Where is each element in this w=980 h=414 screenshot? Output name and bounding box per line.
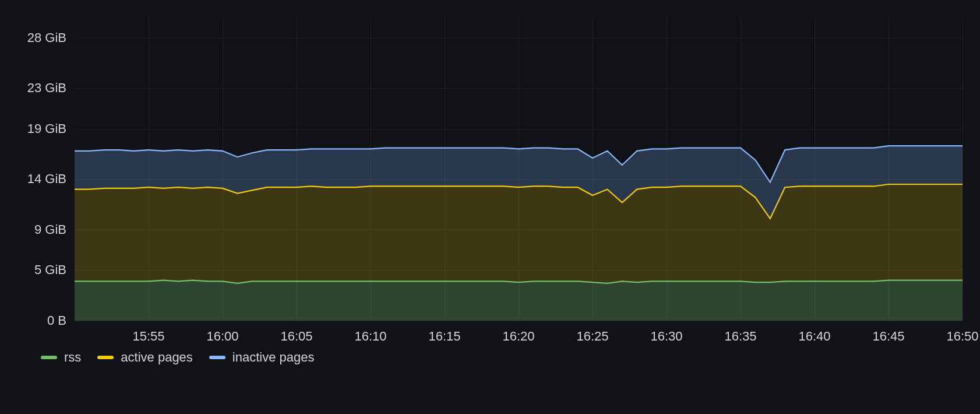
legend-label: rss	[64, 350, 81, 365]
x-tick-label: 16:20	[502, 321, 534, 344]
grid-v	[963, 17, 963, 321]
x-tick-label: 16:40	[798, 321, 830, 344]
plot-area[interactable]: 0 B5 GiB9 GiB14 GiB19 GiB23 GiB28 GiB15:…	[75, 17, 963, 321]
grid-v	[815, 17, 815, 321]
legend-label: inactive pages	[232, 350, 315, 365]
grid-v	[519, 17, 519, 321]
y-tick-label: 9 GiB	[34, 222, 75, 237]
legend-item-active[interactable]: active pages	[97, 350, 193, 365]
grid-v	[149, 17, 149, 321]
legend-swatch	[97, 356, 114, 359]
legend: rssactive pagesinactive pages	[0, 350, 980, 365]
chart-panel: 0 B5 GiB9 GiB14 GiB19 GiB23 GiB28 GiB15:…	[0, 0, 980, 414]
x-tick-label: 16:30	[650, 321, 682, 344]
y-tick-label: 5 GiB	[34, 262, 75, 278]
legend-swatch	[209, 356, 225, 359]
grid-v	[223, 17, 223, 321]
grid-v	[593, 17, 593, 321]
grid-v	[297, 17, 297, 321]
legend-swatch	[41, 356, 57, 359]
x-tick-label: 16:05	[280, 321, 312, 344]
legend-label: active pages	[121, 350, 193, 365]
y-tick-label: 23 GiB	[27, 80, 75, 96]
x-tick-label: 16:50	[946, 321, 978, 344]
grid-v	[741, 17, 741, 321]
grid-v	[667, 17, 667, 321]
legend-item-inactive[interactable]: inactive pages	[209, 350, 315, 365]
x-tick-label: 16:00	[206, 321, 238, 344]
x-tick-label: 15:55	[132, 321, 164, 344]
y-tick-label: 28 GiB	[27, 30, 75, 45]
x-tick-label: 16:25	[576, 321, 608, 344]
grid-v	[889, 17, 889, 321]
x-tick-label: 16:45	[872, 321, 904, 344]
legend-item-rss[interactable]: rss	[41, 350, 81, 365]
grid-v	[371, 17, 371, 321]
y-tick-label: 0 B	[47, 313, 75, 328]
grid-v	[445, 17, 445, 321]
x-tick-label: 16:35	[724, 321, 756, 344]
y-tick-label: 14 GiB	[27, 171, 75, 187]
y-tick-label: 19 GiB	[27, 121, 75, 136]
x-tick-label: 16:10	[354, 321, 386, 344]
x-tick-label: 16:15	[428, 321, 460, 344]
